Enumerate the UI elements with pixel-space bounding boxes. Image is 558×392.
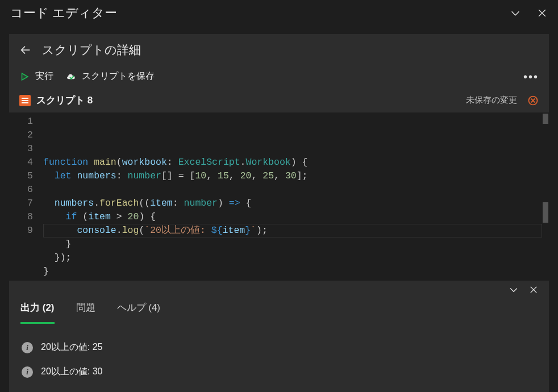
tab-output[interactable]: 出力 (2) — [20, 293, 55, 324]
output-line: 20以上の値: 30 — [22, 366, 539, 378]
title-bar: コード エディター — [0, 0, 558, 28]
tab-help[interactable]: ヘルプ (4) — [117, 293, 161, 324]
back-arrow-icon[interactable] — [19, 44, 32, 56]
output-line: 20以上の値: 25 — [22, 341, 539, 353]
line-number: 7 — [9, 197, 33, 210]
code-line[interactable]: if (item > 20) { — [43, 210, 549, 224]
action-bar: 実行 スクリプトを保存 ••• — [9, 62, 549, 90]
chevron-down-icon[interactable] — [509, 7, 522, 19]
output-tabs: 出力 (2)問題ヘルプ (4) — [9, 292, 549, 324]
play-icon — [19, 72, 30, 82]
scrollbar-thumb[interactable] — [543, 202, 548, 223]
editor-panel: スクリプトの詳細 実行 スクリプトを保存 ••• スクリプト 8 未保存の変更 … — [9, 34, 549, 292]
script-title-row: スクリプト 8 未保存の変更 — [9, 90, 549, 112]
code-line[interactable]: numbers.forEach((item: number) => { — [43, 197, 549, 210]
output-panel-controls — [508, 284, 539, 295]
chevron-down-icon[interactable] — [508, 284, 519, 295]
code-editor[interactable]: 123456789 function main(workbook: ExcelS… — [9, 112, 549, 281]
run-button[interactable]: 実行 — [19, 70, 53, 82]
output-text: 20以上の値: 30 — [41, 366, 102, 378]
run-label: 実行 — [35, 70, 53, 82]
line-number: 6 — [9, 183, 33, 197]
code-line[interactable]: }); — [43, 251, 549, 265]
close-icon[interactable] — [528, 285, 539, 295]
line-number: 9 — [9, 224, 33, 237]
code-line[interactable]: let numbers: number[] = [10, 15, 20, 25,… — [43, 169, 549, 183]
line-number: 3 — [9, 142, 33, 156]
code-line[interactable]: function main(workbook: ExcelScript.Work… — [43, 156, 549, 169]
code-line[interactable]: } — [43, 265, 549, 278]
script-file-icon — [19, 95, 31, 106]
more-menu-button[interactable]: ••• — [523, 74, 539, 80]
window-title: コード エディター — [10, 5, 117, 22]
line-number-gutter: 123456789 — [9, 112, 43, 281]
close-icon[interactable] — [536, 7, 548, 19]
output-body: 20以上の値: 2520以上の値: 30 — [9, 324, 549, 392]
details-header: スクリプトの詳細 — [9, 34, 549, 62]
code-line[interactable]: console.log(`20以上の値: ${item}`); — [43, 224, 549, 237]
details-title: スクリプトの詳細 — [42, 42, 141, 58]
line-number: 8 — [9, 210, 33, 224]
output-text: 20以上の値: 25 — [41, 341, 102, 353]
code-line[interactable]: } — [43, 237, 549, 251]
code-line[interactable] — [43, 183, 549, 197]
svg-marker-3 — [22, 73, 28, 80]
tab-problems[interactable]: 問題 — [76, 293, 95, 324]
vertical-scrollbar[interactable] — [542, 112, 549, 281]
cloud-save-icon — [66, 72, 77, 81]
scrollbar-minimap-mark — [543, 114, 548, 124]
save-script-button[interactable]: スクリプトを保存 — [66, 70, 155, 82]
line-number: 2 — [9, 128, 33, 142]
save-label: スクリプトを保存 — [82, 70, 155, 82]
discard-changes-icon[interactable] — [527, 95, 539, 106]
line-number: 4 — [9, 156, 33, 169]
line-number: 5 — [9, 169, 33, 183]
line-number: 1 — [9, 115, 33, 128]
window-controls — [509, 7, 548, 19]
script-name: スクリプト 8 — [36, 94, 93, 107]
code-area[interactable]: function main(workbook: ExcelScript.Work… — [43, 112, 549, 281]
info-icon — [22, 366, 33, 378]
info-icon — [22, 342, 33, 353]
output-panel: 出力 (2)問題ヘルプ (4) 20以上の値: 2520以上の値: 30 — [9, 292, 549, 392]
unsaved-changes-label: 未保存の変更 — [466, 95, 517, 106]
